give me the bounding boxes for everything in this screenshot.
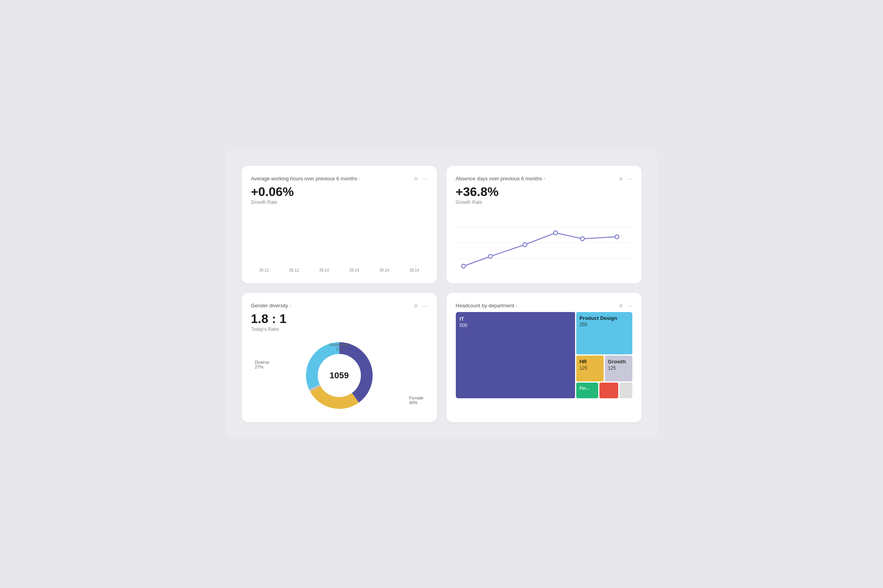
more-icon[interactable]: ··· xyxy=(627,175,632,182)
it-value: 500 xyxy=(460,323,572,328)
undefined-legend: Undefined1% xyxy=(329,342,349,352)
it-label: IT xyxy=(460,316,572,322)
svg-point-5 xyxy=(523,243,527,247)
treemap-other1 xyxy=(599,383,618,398)
card-header: Absence days over previous 6 months › ≡ … xyxy=(456,175,632,182)
card-title: Gender diversity › xyxy=(251,303,291,309)
headcount-card: Headcount by department › ≡ ··· IT 500 P… xyxy=(446,293,642,422)
card-header: Average working hours over previous 6 mo… xyxy=(251,175,428,182)
card-actions: ≡ ··· xyxy=(414,175,427,182)
fin-label: Fin... xyxy=(579,386,595,390)
more-icon[interactable]: ··· xyxy=(627,302,632,309)
bar-label: 39.14 xyxy=(319,268,329,272)
bar-label: 39.14 xyxy=(379,268,389,272)
absence-growth-value: +36.8% xyxy=(456,185,632,199)
bar-group: 38.14 xyxy=(341,268,368,274)
bar-label: 39.12 xyxy=(289,268,299,272)
diverse-legend: Diverse27% xyxy=(255,360,269,369)
title-chevron-icon: › xyxy=(289,303,291,308)
more-icon[interactable]: ··· xyxy=(422,175,428,182)
svg-point-4 xyxy=(488,254,492,258)
line-chart-svg xyxy=(456,211,632,274)
donut-center: 1059 xyxy=(330,370,349,381)
treemap-mid-row: HR 125 Growth 125 xyxy=(576,356,632,381)
absence-days-card: Absence days over previous 6 months › ≡ … xyxy=(446,166,642,283)
card-title: Average working hours over previous 6 mo… xyxy=(251,176,360,181)
card-title: Absence days over previous 6 months › xyxy=(456,176,545,181)
growth-rate-label: Growth Rate xyxy=(251,200,428,205)
gender-diversity-title: Gender diversity xyxy=(251,303,288,309)
dashboard: Average working hours over previous 6 mo… xyxy=(226,150,657,438)
bar-group: 39.14 xyxy=(311,268,337,274)
title-chevron-icon: › xyxy=(544,176,545,181)
bar-group: 39.12 xyxy=(281,268,307,274)
card-actions: ≡ ··· xyxy=(619,175,632,182)
treemap-growth: Growth 125 xyxy=(605,356,632,381)
growth-rate-value: +0.06% xyxy=(251,185,428,199)
treemap-other2 xyxy=(619,383,632,398)
donut-center-value: 1059 xyxy=(330,370,349,381)
treemap: IT 500 Product Design 250 HR 125 Grow xyxy=(456,312,632,398)
card-header: Gender diversity › ≡ ··· xyxy=(251,302,428,309)
bar-group: 39.14 xyxy=(371,268,397,274)
gender-ratio-value: 1.8 : 1 xyxy=(251,312,428,326)
card-title: Headcount by department › xyxy=(456,303,517,309)
svg-point-3 xyxy=(461,264,465,268)
treemap-hr: HR 125 xyxy=(576,356,604,381)
gender-diversity-card: Gender diversity › ≡ ··· 1.8 : 1 Today's… xyxy=(242,293,437,422)
filter-icon[interactable]: ≡ xyxy=(619,302,623,309)
absence-days-title: Absence days over previous 6 months xyxy=(456,176,542,181)
working-hours-card: Average working hours over previous 6 mo… xyxy=(242,166,437,283)
card-actions: ≡ ··· xyxy=(619,302,632,309)
treemap-bot-row: Fin... xyxy=(576,383,632,398)
filter-icon[interactable]: ≡ xyxy=(619,175,623,182)
svg-point-8 xyxy=(615,235,619,239)
filter-icon[interactable]: ≡ xyxy=(414,175,418,182)
gender-ratio-label: Today's Ratio xyxy=(251,327,428,332)
card-header: Headcount by department › ≡ ··· xyxy=(456,302,632,309)
treemap-it: IT 500 xyxy=(456,312,575,398)
treemap-product-design: Product Design 250 xyxy=(576,312,632,354)
female-legend: Female40% xyxy=(409,396,424,405)
growth-value: 125 xyxy=(608,365,629,371)
card-actions: ≡ ··· xyxy=(414,302,427,309)
working-hours-title: Average working hours over previous 6 mo… xyxy=(251,176,357,181)
bar-group: 39.14 xyxy=(401,268,428,274)
svg-point-6 xyxy=(553,231,557,235)
bar-group: 39.12 xyxy=(251,268,277,274)
title-chevron-icon: › xyxy=(359,176,360,181)
title-chevron-icon: › xyxy=(516,303,517,308)
more-icon[interactable]: ··· xyxy=(422,302,428,309)
bar-label: 38.14 xyxy=(349,268,359,272)
product-design-label: Product Design xyxy=(579,315,629,321)
line-chart xyxy=(456,211,632,274)
hr-value: 125 xyxy=(579,365,601,371)
bar-label: 39.12 xyxy=(259,268,269,272)
treemap-right: Product Design 250 HR 125 Growth 125 xyxy=(576,312,632,398)
product-design-value: 250 xyxy=(579,322,629,327)
absence-growth-label: Growth Rate xyxy=(456,200,632,205)
hr-label: HR xyxy=(579,359,601,365)
bar-chart: 39.12 39.12 39.14 38.14 39.14 39.14 xyxy=(251,211,428,274)
headcount-title: Headcount by department xyxy=(456,303,515,309)
growth-label: Growth xyxy=(608,359,629,365)
svg-point-7 xyxy=(580,237,584,241)
filter-icon[interactable]: ≡ xyxy=(414,302,418,309)
treemap-fin: Fin... xyxy=(576,383,598,398)
bar-label: 39.14 xyxy=(410,268,419,272)
